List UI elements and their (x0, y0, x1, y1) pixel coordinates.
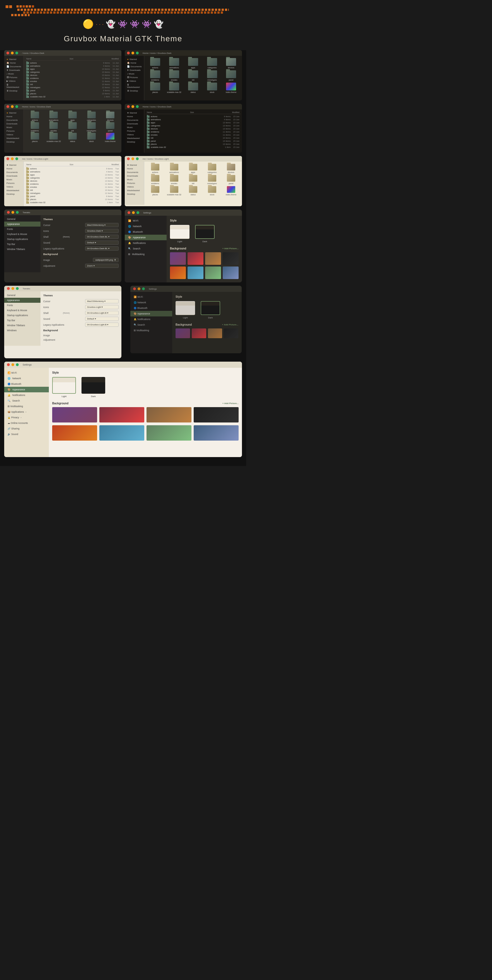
minimize-btn[interactable] (131, 158, 134, 160)
icon-item[interactable]: panel (223, 70, 240, 81)
icons-dropdown[interactable]: Gruvbox-Light ▾ (85, 305, 119, 309)
list-item[interactable]: animations 4 itemsTue (25, 170, 120, 173)
icon-item[interactable]: places (146, 186, 164, 196)
sidebar-music[interactable]: Music (126, 126, 143, 129)
icon-item[interactable]: apps (64, 111, 81, 121)
dark-preview[interactable] (81, 377, 105, 394)
close-btn[interactable] (6, 158, 9, 160)
sidebar-starred[interactable]: ★ Starred (5, 57, 22, 61)
sidebar-desktop[interactable]: 🖥 Desktop (5, 89, 22, 93)
nav-bluetooth[interactable]: 🔵 Bluetooth (131, 305, 172, 311)
nav-search[interactable]: 🔍 Search (131, 322, 172, 328)
minimize-btn[interactable] (11, 211, 14, 214)
list-item[interactable]: actions 9 itemsTue (25, 167, 120, 170)
nav-fonts[interactable]: Fonts (4, 227, 40, 232)
icon-item[interactable]: animations (166, 164, 183, 173)
bg-thumb-1[interactable] (170, 252, 186, 265)
minimize-btn[interactable] (138, 287, 140, 290)
list-item[interactable]: categories 13 itemsTue (25, 177, 120, 180)
nav-general[interactable]: General (4, 216, 40, 221)
icon-item[interactable]: actions (146, 58, 164, 68)
icon-item[interactable]: scalable-max-32 (166, 83, 183, 93)
sidebar-pictures[interactable]: Pictures (126, 181, 143, 185)
nav-search[interactable]: 🔍 Search (4, 398, 49, 404)
sidebar-documents[interactable]: 📄 Documents (126, 65, 143, 68)
icon-item[interactable]: mimetypes (83, 122, 100, 132)
nav-notifications[interactable]: 🔔 Notifications (4, 392, 49, 398)
nav-topbar[interactable]: Top Bar (4, 242, 40, 247)
bg-thumb[interactable] (224, 328, 238, 338)
sidebar-desktop[interactable]: Desktop (126, 192, 143, 196)
maximize-btn[interactable] (16, 287, 19, 290)
nav-multitasking[interactable]: ⊞ Multitasking (4, 404, 49, 409)
minimize-btn[interactable] (11, 105, 14, 108)
list-item[interactable]: places 13 items15 Jun (146, 143, 240, 146)
nav-appearance[interactable]: Appearance (4, 221, 40, 227)
sidebar-starred[interactable]: ★ Starred (126, 111, 143, 115)
sidebar-downloads[interactable]: ⬇ Downloads (5, 68, 22, 72)
minimize-btn[interactable] (11, 287, 14, 290)
icon-item[interactable]: categories (204, 164, 221, 173)
add-picture-btn[interactable]: + Add Picture... (222, 323, 238, 326)
nav-titlebars[interactable]: Window Titlebars (4, 323, 40, 328)
list-item[interactable]: animations 4 items15 Jun (146, 118, 240, 121)
nav-applications[interactable]: 📦 Applications › (4, 409, 49, 415)
icon-item[interactable]: categories (204, 58, 221, 68)
icon-item[interactable]: index.theme (223, 83, 240, 93)
list-item[interactable]: apps 13 items15 Jun (146, 121, 240, 124)
nav-wifi[interactable]: 📶 Wi-Fi (125, 218, 167, 224)
nav-keyboard-mouse[interactable]: Keyboard & Mouse (4, 308, 40, 313)
close-btn[interactable] (7, 211, 10, 214)
close-btn[interactable] (127, 211, 131, 214)
list-item[interactable]: categories 13 items15 Jun (146, 124, 240, 127)
list-item[interactable]: places 13 items11 Jun (25, 92, 120, 95)
minimize-btn[interactable] (132, 211, 135, 214)
nav-appearance[interactable]: 🎨 Appearance (4, 387, 49, 392)
sound-dropdown[interactable]: Default ▾ (85, 240, 119, 245)
light-preview[interactable] (52, 377, 76, 394)
sidebar-starred[interactable]: ★ Starred (5, 111, 22, 115)
close-btn[interactable] (127, 52, 130, 54)
icon-item[interactable]: animations (45, 111, 63, 121)
bg-thumb-5[interactable] (170, 266, 186, 279)
sidebar-desktop[interactable]: 🖥 Desktop (126, 89, 143, 93)
sidebar-wastebasket[interactable]: 🗑 Wastebasket (5, 83, 22, 89)
nav-search[interactable]: 🔍 Search (125, 246, 167, 251)
close-btn[interactable] (6, 52, 9, 54)
close-btn[interactable] (127, 105, 130, 108)
sidebar-wastebasket[interactable]: Wastebasket (126, 137, 143, 140)
sidebar-downloads[interactable]: Downloads (5, 122, 22, 126)
nav-keyboard-mouse[interactable]: Keyboard & Mouse (4, 232, 40, 237)
list-item[interactable]: emblems 11 itemsTue (25, 183, 120, 186)
legacy-dropdown[interactable]: 04-Gruvbox-Light-B ▾ (85, 323, 119, 327)
list-item[interactable]: devices 13 itemsTue (25, 180, 120, 183)
maximize-btn[interactable] (16, 211, 19, 214)
list-item[interactable]: emotes 11 items15 Jun (146, 134, 240, 137)
nav-bluetooth[interactable]: 🔵 Bluetooth (4, 381, 49, 387)
icon-item[interactable]: places (146, 83, 164, 93)
list-item[interactable]: actions 9 items15 Jun (146, 115, 240, 118)
nav-multitasking[interactable]: ⊞ Multitasking (125, 251, 167, 257)
icon-item[interactable]: stock (204, 186, 221, 196)
maximize-btn[interactable] (136, 105, 139, 108)
sidebar-home[interactable]: Home (126, 167, 143, 170)
list-item[interactable]: scalable-max-32 1 item11 Jun (25, 95, 120, 98)
list-item[interactable]: panel 13 items15 Jun (146, 140, 240, 143)
sidebar-documents[interactable]: Documents (126, 170, 143, 174)
sidebar-desktop[interactable]: Desktop (5, 192, 22, 196)
icon-item[interactable]: actions (26, 111, 44, 121)
icon-item[interactable]: status (64, 133, 81, 142)
nav-online-accounts[interactable]: ☁ Online Accounts (4, 420, 49, 426)
icon-item[interactable]: devices (223, 58, 240, 68)
close-btn[interactable] (7, 287, 10, 290)
shell-dropdown[interactable]: 04-Gruvbox-Dark-BL ▾ (85, 235, 119, 239)
icon-item[interactable]: apps (185, 164, 202, 173)
sidebar-pictures[interactable]: 🖼 Pictures (126, 76, 143, 79)
style-light[interactable]: Light (170, 225, 189, 243)
icon-item[interactable]: emotes (45, 122, 63, 132)
list-item[interactable]: animations 4 items11 Jun (25, 64, 120, 68)
bg-thumb[interactable] (52, 407, 97, 422)
sidebar-videos[interactable]: Videos (126, 185, 143, 189)
list-item[interactable]: categories 13 items11 Jun (25, 71, 120, 74)
bg-thumb-6[interactable] (188, 266, 204, 279)
